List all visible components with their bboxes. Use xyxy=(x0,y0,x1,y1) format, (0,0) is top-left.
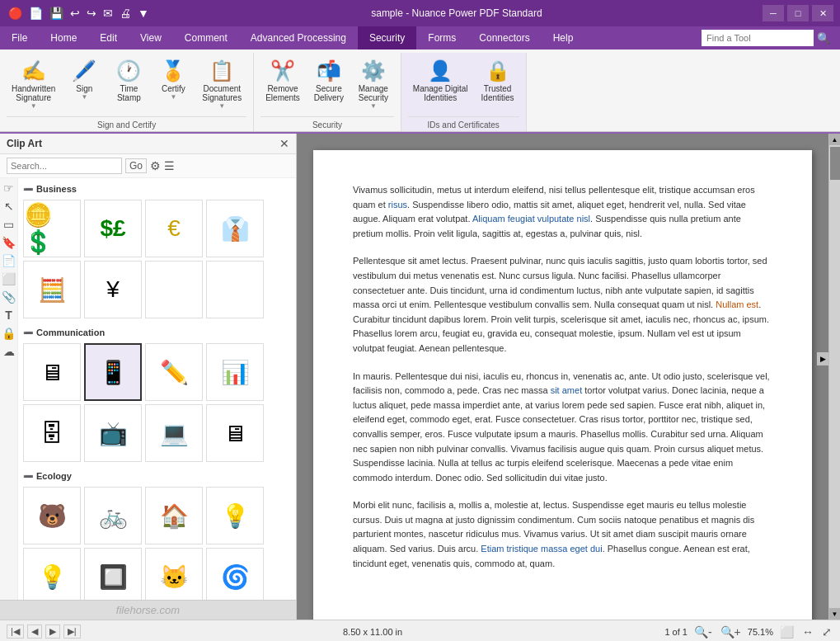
clip-item-pencil[interactable]: ✏️ xyxy=(145,343,203,401)
category-ecology-header[interactable]: ➖ Ecology xyxy=(21,469,293,483)
clip-item-monitor[interactable]: 🖥 xyxy=(206,404,264,462)
new-button[interactable]: 📄 xyxy=(27,5,45,21)
panel-close-button[interactable]: ✕ xyxy=(279,137,289,150)
menu-item-connectors[interactable]: Connectors xyxy=(467,26,541,49)
fit-page-button[interactable]: ⬜ xyxy=(778,624,795,640)
p4-link1: Etiam tristique massa eget dui xyxy=(481,544,602,554)
status-bar: |◀ ◀ ▶ ▶| 8.50 x 11.00 in 1 of 1 🔍- 🔍+ 7… xyxy=(0,620,840,641)
secure-delivery-button[interactable]: 📬 SecureDelivery xyxy=(308,56,350,106)
next-page-button[interactable]: ▶ xyxy=(45,625,60,639)
nuance-logo-button[interactable]: 🔴 xyxy=(7,5,24,21)
undo-button[interactable]: ↩ xyxy=(68,5,82,21)
clip-art-search-input[interactable] xyxy=(7,158,122,174)
clip-item-dollar[interactable]: $£ xyxy=(84,200,142,257)
zoom-in-button[interactable]: 🔍+ xyxy=(719,624,743,640)
email-button[interactable]: ✉ xyxy=(101,5,115,21)
panel-options-button[interactable]: ☰ xyxy=(164,159,175,172)
menu-item-help[interactable]: Help xyxy=(542,26,585,49)
panel-body: ☞ ↖ ▭ 🔖 📄 ⬜ 📎 T 🔒 ☁ ➖ Business 🪙💲 xyxy=(0,178,296,600)
bookmark-tool-icon[interactable]: 🔖 xyxy=(2,236,16,249)
document-signatures-button[interactable]: 📋 DocumentSignatures ▼ xyxy=(197,56,246,113)
search-submit-button[interactable]: 🔍 xyxy=(814,30,833,46)
clip-item-calculator[interactable]: 🧮 xyxy=(23,261,81,318)
clip-item-house[interactable]: 🏠 xyxy=(145,487,203,544)
clip-item-bicycle[interactable]: 🚲 xyxy=(84,487,142,544)
close-button[interactable]: ✕ xyxy=(812,5,833,21)
category-business-header[interactable]: ➖ Business xyxy=(21,181,293,196)
clip-item-lightbulb-color[interactable]: 💡 xyxy=(206,487,264,544)
scroll-down-button[interactable]: ▼ xyxy=(829,608,841,620)
last-page-button[interactable]: ▶| xyxy=(63,625,81,639)
panel-settings-button[interactable]: ⚙ xyxy=(150,159,161,172)
clip-item-lightbulb2[interactable]: 💡 xyxy=(23,548,81,600)
status-bar-right: 1 of 1 🔍- 🔍+ 75.1% ⬜ ↔ ⤢ xyxy=(664,624,833,640)
clip-item-computer-case[interactable]: 🗄 xyxy=(23,404,81,462)
trusted-identities-button[interactable]: 🔒 TrustedIdentities xyxy=(476,56,519,106)
clip-item-server[interactable]: 🖥 xyxy=(23,343,81,401)
minimize-button[interactable]: ─ xyxy=(763,5,784,21)
more-qa-button[interactable]: ▼ xyxy=(136,5,151,21)
cloud-tool-icon[interactable]: ☁ xyxy=(3,345,15,358)
clip-item-desktop[interactable]: 💻 xyxy=(145,404,203,462)
hand-tool-icon[interactable]: ☞ xyxy=(3,181,14,195)
fit-width-button[interactable]: ↔ xyxy=(800,624,815,640)
menu-item-file[interactable]: File xyxy=(0,26,39,49)
time-stamp-button[interactable]: 🕐 TimeStamp xyxy=(108,56,149,106)
category-communication-header[interactable]: ➖ Communication xyxy=(21,325,293,340)
clip-item-wind[interactable]: 🌀 xyxy=(206,548,264,600)
clip-item-presentation[interactable]: 📊 xyxy=(206,343,264,401)
category-business-label: Business xyxy=(36,184,77,194)
first-page-button[interactable]: |◀ xyxy=(7,625,24,639)
menu-item-advanced[interactable]: Advanced Processing xyxy=(239,26,358,49)
print-button[interactable]: 🖨 xyxy=(118,5,133,21)
menu-item-view[interactable]: View xyxy=(129,26,173,49)
attach-tool-icon[interactable]: 📎 xyxy=(2,290,16,304)
manage-security-button[interactable]: ⚙️ ManageSecurity ▼ xyxy=(353,56,394,113)
document-scroll-area[interactable]: Vivamus sollicitudin, metus ut interdum … xyxy=(297,134,828,620)
maximize-button[interactable]: □ xyxy=(787,5,809,21)
pointer-tool-icon[interactable]: ↖ xyxy=(4,200,14,213)
handwritten-signature-button[interactable]: ✍️ HandwrittenSignature ▼ xyxy=(7,56,60,113)
stamp-tool-icon[interactable]: ⬜ xyxy=(2,272,16,285)
clip-item-solar-panel[interactable]: 🔲 xyxy=(84,548,142,600)
zoom-out-button[interactable]: 🔍- xyxy=(692,624,714,640)
clip-item-tv[interactable]: 📺 xyxy=(84,404,142,462)
menu-item-home[interactable]: Home xyxy=(39,26,88,49)
nav-right-top[interactable]: ▶ xyxy=(817,352,828,365)
scroll-thumb[interactable] xyxy=(830,147,840,180)
menu-item-forms[interactable]: Forms xyxy=(416,26,467,49)
menu-item-comment[interactable]: Comment xyxy=(173,26,239,49)
select-tool-icon[interactable]: ▭ xyxy=(3,218,14,231)
menu-item-security[interactable]: Security xyxy=(358,26,416,49)
remove-elements-button[interactable]: ✂️ RemoveElements xyxy=(260,56,305,106)
panel-title: Clip Art xyxy=(7,138,42,149)
certify-button[interactable]: 🏅 Certify ▼ xyxy=(153,56,194,104)
clip-item-euro[interactable]: € xyxy=(145,200,203,257)
clip-item-yen[interactable]: ¥ xyxy=(84,261,142,318)
handwritten-sig-dropdown: ▼ xyxy=(31,102,37,110)
lock-tool-icon[interactable]: 🔒 xyxy=(2,327,16,340)
scroll-up-button[interactable]: ▲ xyxy=(829,134,841,145)
save-button[interactable]: 💾 xyxy=(48,5,65,21)
clip-item-cat[interactable]: 🐱 xyxy=(145,548,203,600)
redo-button[interactable]: ↪ xyxy=(85,5,98,21)
search-clip-art-button[interactable]: Go xyxy=(125,158,147,173)
clip-item-businessman[interactable]: 👔 xyxy=(206,200,264,257)
manage-digital-identities-button[interactable]: 👤 Manage DigitalIdentities xyxy=(408,56,473,106)
manage-security-icon: ⚙️ xyxy=(361,59,386,82)
clip-item-phone[interactable]: 📱 xyxy=(84,343,142,401)
text-tool-icon[interactable]: T xyxy=(5,309,12,322)
main-area: Clip Art ✕ Go ⚙ ☰ ☞ ↖ ▭ 🔖 📄 ⬜ 📎 T 🔒 ☁ xyxy=(0,134,840,620)
clip-item-bear[interactable]: 🐻 xyxy=(23,487,81,544)
panel-content[interactable]: ➖ Business 🪙💲 $£ € 👔 🧮 ¥ ➖ Communicati xyxy=(18,178,296,600)
clip-item-coins[interactable]: 🪙💲 xyxy=(23,200,81,257)
clip-item-empty1[interactable] xyxy=(145,261,203,318)
doc-sig-icon: 📋 xyxy=(209,59,234,82)
paragraph-3: In mauris. Pellentesque dui nisi, iaculi… xyxy=(353,370,772,486)
clip-item-empty2[interactable] xyxy=(206,261,264,318)
sign-button[interactable]: 🖊️ Sign ▼ xyxy=(63,56,105,104)
menu-item-edit[interactable]: Edit xyxy=(88,26,129,49)
prev-page-button[interactable]: ◀ xyxy=(27,625,42,639)
full-screen-button[interactable]: ⤢ xyxy=(820,624,833,640)
pages-tool-icon[interactable]: 📄 xyxy=(2,254,16,267)
